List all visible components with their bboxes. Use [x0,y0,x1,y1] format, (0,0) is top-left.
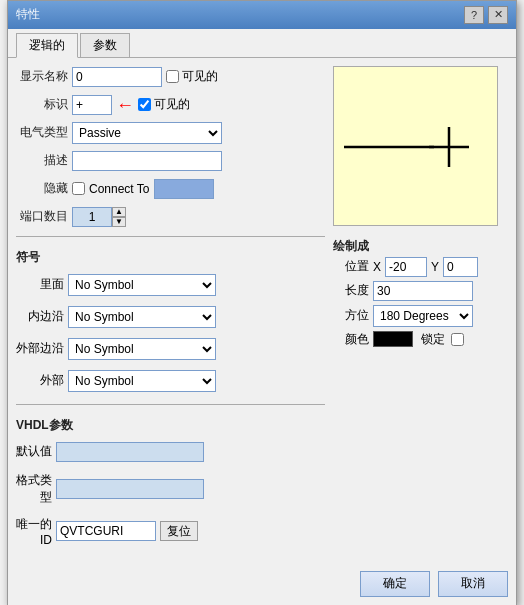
symbol-inner-edge-select[interactable]: No Symbol [68,306,216,328]
port-count-spinner: ▲ ▼ [72,207,126,227]
symbol-outer-edge-select[interactable]: No Symbol [68,338,216,360]
vhdl-format-label: 格式类型 [16,472,52,506]
electrical-type-select[interactable]: Passive [72,122,222,144]
reset-button[interactable]: 复位 [160,521,198,541]
identifier-row: 标识 ← 可见的 [16,94,325,116]
vhdl-default-input[interactable] [56,442,204,462]
position-row: 位置 X Y [333,257,508,277]
port-count-row: 端口数目 ▲ ▼ [16,206,325,228]
visible-checkbox-1[interactable] [166,70,179,83]
draw-section: 绘制成 位置 X Y 长度 方位 [333,234,508,352]
display-name-row: 显示名称 可见的 [16,66,325,88]
vhdl-format-input[interactable] [56,479,204,499]
visible-checkbox-2[interactable] [138,98,151,111]
close-button[interactable]: ✕ [488,6,508,24]
symbol-outside-row: 外部 No Symbol [16,370,325,392]
symbol-section-title: 符号 [16,249,325,266]
ok-cancel-row: 确定 取消 [8,563,516,605]
vhdl-default-row: 默认值 [16,442,325,462]
color-label: 颜色 [333,331,369,348]
description-input[interactable] [72,151,222,171]
symbol-outside-label: 外部 [16,372,64,389]
dialog-title: 特性 [16,6,40,23]
vhdl-default-label: 默认值 [16,443,52,460]
display-name-input[interactable] [72,67,162,87]
visible-checkbox-1-label: 可见的 [166,68,218,85]
color-row: 颜色 锁定 [333,331,508,348]
symbol-inside-row: 里面 No Symbol [16,274,325,296]
orientation-label: 方位 [333,307,369,324]
color-picker[interactable] [373,331,413,347]
symbol-inside-label: 里面 [16,276,64,293]
connect-to-label: Connect To [89,182,150,196]
visible-label-1: 可见的 [182,68,218,85]
port-count-label: 端口数目 [16,208,68,225]
left-panel: 显示名称 可见的 标识 ← 可见的 电气类型 [16,66,325,551]
right-panel: 绘制成 位置 X Y 长度 方位 [333,66,508,551]
port-count-input[interactable] [72,207,112,227]
symbol-inside-select[interactable]: No Symbol [68,274,216,296]
x-label: X [373,260,381,274]
orientation-row: 方位 180 Degrees [333,305,508,327]
orientation-select[interactable]: 180 Degrees [373,305,473,327]
hidden-label: 隐藏 [16,180,68,197]
tab-logical[interactable]: 逻辑的 [16,33,78,58]
y-label: Y [431,260,439,274]
symbol-inner-edge-row: 内边沿 No Symbol [16,306,325,328]
dialog-window: 特性 ? ✕ 逻辑的 参数 显示名称 可见的 [7,0,517,605]
title-bar: 特性 ? ✕ [8,1,516,29]
description-label: 描述 [16,152,68,169]
position-label: 位置 [333,258,369,275]
tab-bar: 逻辑的 参数 [8,29,516,58]
display-name-label: 显示名称 [16,68,68,85]
visible-checkbox-2-label: 可见的 [138,96,190,113]
spinner-up-button[interactable]: ▲ [112,207,126,217]
cancel-button[interactable]: 取消 [438,571,508,597]
preview-area [333,66,498,226]
visible-label-2: 可见的 [154,96,190,113]
help-button[interactable]: ? [464,6,484,24]
symbol-outer-edge-row: 外部边沿 No Symbol [16,338,325,360]
length-input[interactable] [373,281,473,301]
draw-section-title: 绘制成 [333,238,508,255]
pin-preview-svg [334,67,498,226]
connect-to-box[interactable] [154,179,214,199]
arrow-icon: ← [116,96,134,114]
length-row: 长度 [333,281,508,301]
lock-label: 锁定 [421,331,445,348]
main-content: 显示名称 可见的 标识 ← 可见的 电气类型 [8,58,516,559]
vhdl-id-input[interactable] [56,521,156,541]
xy-row: X Y [373,257,478,277]
vhdl-id-row: 唯一的ID 复位 [16,516,325,547]
title-bar-buttons: ? ✕ [464,6,508,24]
electrical-type-label: 电气类型 [16,124,68,141]
vhdl-id-label: 唯一的ID [16,516,52,547]
ok-button[interactable]: 确定 [360,571,430,597]
y-input[interactable] [443,257,478,277]
length-label: 长度 [333,282,369,299]
symbol-inner-edge-label: 内边沿 [16,308,64,325]
identifier-input[interactable] [72,95,112,115]
spinner-buttons: ▲ ▼ [112,207,126,227]
hidden-row: 隐藏 Connect To [16,178,325,200]
tab-params[interactable]: 参数 [80,33,130,57]
vhdl-section-title: VHDL参数 [16,417,325,434]
x-input[interactable] [385,257,427,277]
identifier-label: 标识 [16,96,68,113]
symbol-outer-edge-label: 外部边沿 [16,340,64,357]
electrical-type-row: 电气类型 Passive [16,122,325,144]
description-row: 描述 [16,150,325,172]
hidden-checkbox[interactable] [72,182,85,195]
symbol-outside-select[interactable]: No Symbol [68,370,216,392]
spinner-down-button[interactable]: ▼ [112,217,126,227]
vhdl-format-row: 格式类型 [16,472,325,506]
lock-checkbox[interactable] [451,333,464,346]
